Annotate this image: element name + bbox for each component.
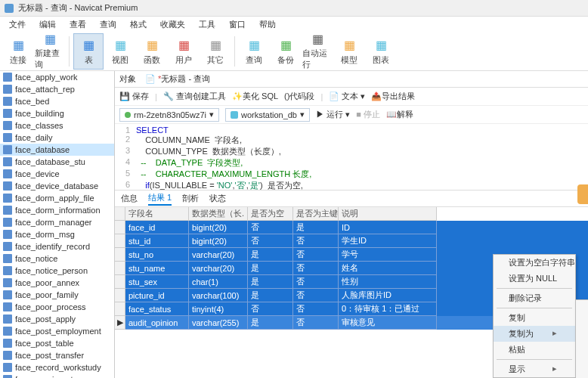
grid-cell[interactable]: stu_sex bbox=[125, 275, 189, 289]
context-item[interactable]: 设置为 NULL bbox=[494, 271, 575, 287]
tree-item[interactable]: face_database_stu bbox=[0, 156, 114, 168]
column-header[interactable]: 数据类型（长. bbox=[189, 207, 248, 221]
column-header[interactable]: 说明 bbox=[339, 207, 437, 221]
grid-cell[interactable]: 是 bbox=[248, 275, 293, 289]
tree-item[interactable]: face_poor_annex bbox=[0, 277, 114, 289]
context-item[interactable]: 复制 bbox=[494, 310, 575, 326]
grid-cell[interactable]: ID bbox=[339, 221, 437, 234]
row-header[interactable] bbox=[115, 289, 125, 302]
grid-cell[interactable]: 学生ID bbox=[339, 234, 437, 248]
grid-cell[interactable]: 是 bbox=[248, 262, 293, 275]
connection-combo[interactable]: rm-2zetn83n05wz7i ▾ bbox=[119, 108, 219, 122]
tree-item[interactable]: face_classes bbox=[0, 119, 114, 132]
grid-cell[interactable]: 人脸库图片ID bbox=[339, 289, 437, 302]
tab-object[interactable]: 对象 bbox=[119, 73, 136, 85]
tree-item[interactable]: face_apply_work bbox=[0, 71, 114, 83]
menu-item[interactable]: 收藏夹 bbox=[154, 17, 191, 32]
sql-editor[interactable]: 1SELECT2 COLUMN_NAME 字段名,3 COLUMN_TYPE 数… bbox=[115, 124, 588, 191]
tab-profile[interactable]: 剖析 bbox=[182, 193, 199, 204]
tree-item[interactable]: face_record_workstudy bbox=[0, 361, 114, 373]
menu-item[interactable]: 工具 bbox=[193, 17, 221, 32]
grid-cell[interactable]: 否 bbox=[293, 262, 339, 275]
grid-cell[interactable]: varchar(100) bbox=[189, 289, 248, 302]
context-item[interactable]: 制表符分隔值（数据） bbox=[576, 332, 588, 348]
grid-cell[interactable]: 性别 bbox=[339, 275, 437, 289]
tree-item[interactable]: face_bed bbox=[0, 95, 114, 107]
grid-cell[interactable]: 否 bbox=[293, 302, 339, 316]
tree-item[interactable]: face_post_employment bbox=[0, 325, 114, 337]
stop-button[interactable]: ■ 停止 bbox=[356, 109, 380, 120]
toolbar-连接[interactable]: ▦连接 bbox=[3, 33, 33, 70]
toolbar-用户[interactable]: ▦用户 bbox=[169, 33, 199, 70]
tree-item[interactable]: face_post_apply bbox=[0, 313, 114, 325]
grid-cell[interactable]: 0：待审核 1：已通过 bbox=[339, 302, 437, 316]
column-header[interactable]: 是否为主键 bbox=[293, 207, 339, 221]
toolbar-备份[interactable]: ▦备份 bbox=[271, 33, 301, 70]
tree-item[interactable]: face_daily bbox=[0, 132, 114, 144]
tab-status[interactable]: 状态 bbox=[209, 193, 226, 204]
toolbar-其它[interactable]: ▦其它 bbox=[200, 33, 231, 70]
menu-item[interactable]: 格式 bbox=[124, 17, 153, 32]
grid-cell[interactable]: face_id bbox=[125, 221, 189, 234]
grid-cell[interactable]: 是 bbox=[248, 316, 293, 330]
tree-item[interactable]: face_identify_record bbox=[0, 240, 114, 253]
row-header[interactable] bbox=[115, 234, 125, 248]
save-button[interactable]: 💾 保存 bbox=[119, 91, 149, 102]
grid-cell[interactable]: audit_opinion bbox=[125, 316, 189, 330]
tree-item[interactable]: face_dorm_information bbox=[0, 204, 114, 216]
grid-cell[interactable]: 否 bbox=[293, 234, 339, 248]
grid-cell[interactable]: 审核意见 bbox=[339, 316, 437, 330]
row-header[interactable] bbox=[115, 248, 125, 262]
grid-cell[interactable]: bigint(20) bbox=[189, 221, 248, 234]
tree-item[interactable]: face_dorm_apply_file bbox=[0, 192, 114, 204]
menu-item[interactable]: 帮助 bbox=[253, 17, 282, 32]
toolbar-函数[interactable]: ▦函数 bbox=[137, 33, 167, 70]
grid-cell[interactable]: char(1) bbox=[189, 275, 248, 289]
menu-item[interactable]: 编辑 bbox=[33, 17, 62, 32]
tab-info[interactable]: 信息 bbox=[121, 193, 138, 204]
tree-item[interactable]: face_notice_person bbox=[0, 265, 114, 277]
menu-item[interactable]: 查看 bbox=[63, 17, 92, 32]
column-header[interactable]: 字段名 bbox=[125, 207, 189, 221]
row-header[interactable] bbox=[115, 262, 125, 275]
grid-cell[interactable]: 否 bbox=[293, 289, 339, 302]
tree-item[interactable]: face_poor_family bbox=[0, 289, 114, 301]
tree-item[interactable]: face_building bbox=[0, 107, 114, 119]
grid-cell[interactable]: 是 bbox=[293, 221, 339, 234]
object-tree[interactable]: face_apply_workface_attach_repface_bedfa… bbox=[0, 71, 115, 378]
beautify-sql-button[interactable]: ✨美化 SQL bbox=[232, 91, 278, 102]
grid-cell[interactable]: varchar(255) bbox=[189, 316, 248, 330]
grid-cell[interactable]: 否 bbox=[293, 275, 339, 289]
grid-cell[interactable]: stu_name bbox=[125, 262, 189, 275]
context-item[interactable]: 设置为空白字符串 bbox=[494, 255, 575, 271]
context-menu[interactable]: 设置为空白字符串设置为 NULL删除记录复制复制为▸粘贴显示▸ bbox=[493, 254, 576, 378]
context-item[interactable]: Update 语句 bbox=[576, 316, 588, 332]
toolbar-模型[interactable]: ▦模型 bbox=[334, 33, 364, 70]
grid-cell[interactable]: bigint(20) bbox=[189, 234, 248, 248]
grid-cell[interactable]: 否 bbox=[248, 302, 293, 316]
context-item[interactable]: 显示▸ bbox=[494, 361, 575, 377]
tree-item[interactable]: face_poor_process bbox=[0, 301, 114, 313]
grid-cell[interactable]: varchar(20) bbox=[189, 262, 248, 275]
tree-item[interactable]: face_attach_rep bbox=[0, 83, 114, 95]
toolbar-视图[interactable]: ▦视图 bbox=[105, 33, 135, 70]
grid-cell[interactable]: picture_id bbox=[125, 289, 189, 302]
grid-cell[interactable]: face_status bbox=[125, 302, 189, 316]
grid-cell[interactable]: 否 bbox=[248, 234, 293, 248]
tree-item[interactable]: face_notice bbox=[0, 253, 114, 265]
tree-item[interactable]: face_post_table bbox=[0, 337, 114, 349]
tab-query[interactable]: 📄 *无标题 - 查询 bbox=[145, 73, 210, 85]
snippet-button[interactable]: ()代码段 bbox=[284, 91, 314, 102]
explain-button[interactable]: 📖解释 bbox=[386, 109, 413, 120]
grid-cell[interactable]: 否 bbox=[293, 316, 339, 330]
tree-item[interactable]: face_device_database bbox=[0, 180, 114, 192]
column-header[interactable]: 是否为空 bbox=[248, 207, 293, 221]
context-item[interactable]: 删除记录 bbox=[494, 290, 575, 306]
grid-cell[interactable]: 是 bbox=[248, 289, 293, 302]
grid-cell[interactable]: stu_no bbox=[125, 248, 189, 262]
grid-cell[interactable]: 否 bbox=[248, 221, 293, 234]
tree-item[interactable]: face_device bbox=[0, 168, 114, 180]
context-item[interactable]: 粘贴 bbox=[494, 342, 575, 358]
export-button[interactable]: 📤导出结果 bbox=[371, 91, 415, 102]
menu-item[interactable]: 文件 bbox=[3, 17, 32, 32]
